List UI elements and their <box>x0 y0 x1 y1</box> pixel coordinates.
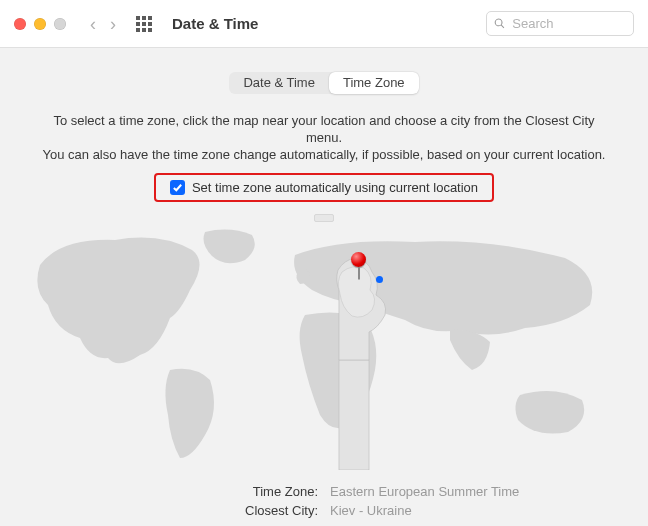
instruction-line2: You can also have the time zone change a… <box>43 147 606 162</box>
instruction-text: To select a time zone, click the map nea… <box>34 112 614 163</box>
pane-title: Date & Time <box>172 15 258 32</box>
auto-timezone-highlight: Set time zone automatically using curren… <box>154 173 494 202</box>
tab-bar: Date & Time Time Zone <box>0 72 648 94</box>
window-toolbar: ‹ › Date & Time <box>0 0 648 48</box>
map-pin <box>351 252 366 279</box>
pin-head-icon <box>351 252 366 267</box>
nav-arrows: ‹ › <box>90 15 116 33</box>
closest-city-value[interactable]: Kiev - Ukraine <box>330 503 648 518</box>
timezone-label: Time Zone: <box>0 484 318 499</box>
search-field[interactable] <box>486 11 634 36</box>
disabled-zoom-button <box>54 18 66 30</box>
show-all-grid-icon[interactable] <box>136 16 152 32</box>
search-input[interactable] <box>510 15 626 32</box>
search-icon <box>494 17 505 30</box>
map-notch <box>314 214 334 222</box>
timezone-value: Eastern European Summer Time <box>330 484 648 499</box>
map-svg <box>20 220 628 470</box>
current-location-dot <box>376 276 383 283</box>
checkmark-icon <box>172 182 183 193</box>
tab-date-time[interactable]: Date & Time <box>229 72 329 94</box>
forward-icon[interactable]: › <box>110 15 116 33</box>
auto-timezone-label: Set time zone automatically using curren… <box>192 180 478 195</box>
auto-timezone-checkbox[interactable] <box>170 180 185 195</box>
instruction-line1: To select a time zone, click the map nea… <box>53 113 594 145</box>
timezone-info: Time Zone: Eastern European Summer Time … <box>0 484 648 526</box>
svg-rect-0 <box>339 360 369 470</box>
back-icon[interactable]: ‹ <box>90 15 96 33</box>
close-window-button[interactable] <box>14 18 26 30</box>
window-controls <box>14 18 66 30</box>
content-area: Date & Time Time Zone To select a time z… <box>0 48 648 526</box>
world-map[interactable] <box>20 220 628 470</box>
tab-time-zone[interactable]: Time Zone <box>329 72 419 94</box>
minimize-window-button[interactable] <box>34 18 46 30</box>
closest-city-label: Closest City: <box>0 503 318 518</box>
